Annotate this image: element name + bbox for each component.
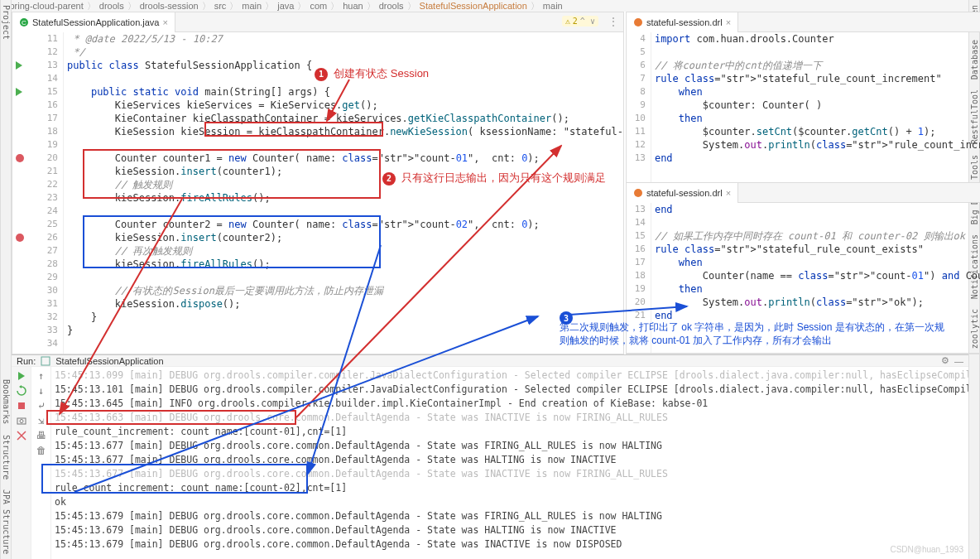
svg-marker-5 [18, 372, 25, 380]
close-icon[interactable]: × [726, 188, 731, 198]
drl-top-gutter[interactable]: 45678910111213 [627, 32, 651, 182]
run-header: Run: StatefulSessionApplication ⚙ — [12, 355, 968, 367]
gear-icon[interactable]: ⚙ [941, 355, 949, 366]
svg-marker-6 [19, 385, 22, 388]
scroll-icon[interactable]: ⇲ [38, 415, 44, 426]
svg-point-3 [634, 189, 642, 197]
java-class-icon: C [19, 17, 29, 27]
drl-top-tab[interactable]: stateful-session.drl × [627, 12, 738, 32]
drl-top-tab-label: stateful-session.drl [646, 17, 723, 27]
java-code[interactable]: * @date 2022/5/13 - 10:27 */public class… [64, 32, 623, 354]
svg-point-2 [634, 18, 642, 27]
run-config-icon [41, 356, 50, 366]
drl-top-editor: stateful-session.drl × ⋮ 45678910111213 … [627, 12, 980, 183]
camera-icon[interactable] [16, 415, 27, 426]
down-icon[interactable]: ↓ [38, 385, 44, 397]
wrap-icon[interactable]: ⤶ [37, 400, 46, 412]
drl-bottom-code-area[interactable]: 131415161718192021 end// 如果工作内存中同时存在 cou… [627, 203, 980, 353]
drl-bottom-tab-label: stateful-session.drl [646, 188, 723, 198]
drl-top-code[interactable]: import com.huan.drools.Counter// 将counte… [651, 32, 980, 182]
stripe-project[interactable]: Project [2, 0, 11, 45]
rerun-icon[interactable] [16, 370, 27, 382]
relaunch-icon[interactable] [16, 385, 27, 397]
up-icon[interactable]: ↑ [38, 370, 44, 382]
stop-icon[interactable] [16, 400, 27, 412]
tab-menu-icon[interactable]: ⋮ [608, 16, 618, 27]
drl-top-tab-bar: stateful-session.drl × ⋮ [627, 12, 980, 32]
drl-bottom-editor: stateful-session.drl × ⋮ 131415161718192… [627, 183, 980, 354]
close-icon[interactable]: × [162, 17, 167, 27]
java-tab[interactable]: C StatefulSessionApplication.java × [12, 12, 175, 32]
drools-icon [633, 188, 643, 198]
java-gutter[interactable]: 1112131415161718192021222324252627282930… [27, 32, 64, 354]
trash-icon[interactable]: 🗑 [36, 445, 46, 456]
hide-icon[interactable]: — [954, 356, 963, 366]
breadcrumb[interactable]: spring-cloud-parent〉drools〉drools-sessio… [0, 0, 980, 12]
run-toolbar [12, 367, 31, 559]
stripe-bookmarks[interactable]: Bookmarks [2, 374, 11, 429]
drl-bottom-code[interactable]: end// 如果工作内存中同时存在 count-01 和 counter-02 … [651, 203, 980, 353]
run-title: Run: [17, 356, 36, 366]
run-config-name[interactable]: StatefulSessionApplication [55, 356, 163, 366]
java-code-area[interactable]: 1112131415161718192021222324252627282930… [12, 32, 623, 354]
java-tab-bar: C StatefulSessionApplication.java × ⚠ 2 … [12, 12, 623, 32]
run-subtoolbar: ↑ ↓ ⤶ ⇲ 🖶 🗑 [31, 367, 51, 559]
print-icon[interactable]: 🖶 [36, 430, 46, 441]
left-tool-stripe: Project Bookmarks Structure JPA Structur… [0, 0, 12, 559]
editor-split: C StatefulSessionApplication.java × ⚠ 2 … [12, 12, 968, 354]
svg-rect-4 [41, 357, 50, 365]
run-body: ↑ ↓ ⤶ ⇲ 🖶 🗑 15:45:13.099 [main] DEBUG or… [12, 367, 968, 559]
console-output[interactable]: 15:45:13.099 [main] DEBUG org.drools.com… [51, 367, 968, 559]
drl-editor-pane: stateful-session.drl × ⋮ 45678910111213 … [626, 12, 980, 354]
stripe-jpa[interactable]: JPA Structure [2, 484, 11, 559]
svg-rect-7 [18, 402, 25, 409]
drl-bottom-tab[interactable]: stateful-session.drl × [627, 183, 738, 203]
stripe-structure[interactable]: Structure [2, 430, 11, 484]
svg-point-9 [20, 420, 23, 423]
drools-icon [633, 17, 643, 27]
java-tab-label: StatefulSessionApplication.java [32, 17, 159, 27]
exit-icon[interactable] [16, 430, 27, 441]
run-panel: Run: StatefulSessionApplication ⚙ — ↑ ↓ … [12, 354, 968, 559]
drl-top-code-area[interactable]: 45678910111213 import com.huan.drools.Co… [627, 32, 980, 182]
close-icon[interactable]: × [726, 17, 731, 27]
drl-bottom-gutter[interactable]: 131415161718192021 [627, 203, 651, 353]
drl-bottom-tab-bar: stateful-session.drl × ⋮ [627, 183, 980, 203]
warnings-badge[interactable]: ⚠ 2 ^ ∨ [562, 16, 598, 27]
java-editor-pane: C StatefulSessionApplication.java × ⚠ 2 … [12, 12, 624, 354]
svg-text:C: C [22, 19, 26, 27]
